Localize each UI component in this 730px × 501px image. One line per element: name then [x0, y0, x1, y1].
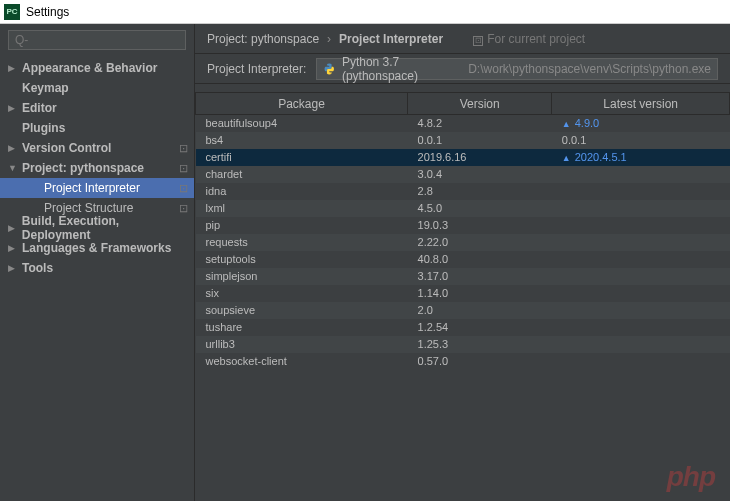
latest-cell [552, 302, 730, 319]
sidebar-item-plugins[interactable]: Plugins [0, 118, 194, 138]
table-row[interactable]: urllib31.25.3 [196, 336, 730, 353]
latest-cell [552, 336, 730, 353]
python-icon [323, 62, 336, 76]
scope-hint: ⊡For current project [473, 32, 585, 46]
sidebar: ▶Appearance & BehaviorKeymap▶EditorPlugi… [0, 24, 195, 501]
version-cell: 1.2.54 [408, 319, 552, 336]
version-cell: 40.8.0 [408, 251, 552, 268]
sidebar-item-keymap[interactable]: Keymap [0, 78, 194, 98]
package-cell: bs4 [196, 132, 408, 149]
latest-cell: ▲4.9.0 [552, 115, 730, 132]
latest-cell [552, 319, 730, 336]
latest-cell [552, 353, 730, 370]
package-cell: pip [196, 217, 408, 234]
breadcrumb-sep: › [327, 32, 331, 46]
package-cell: tushare [196, 319, 408, 336]
search-input[interactable] [8, 30, 186, 50]
package-cell: soupsieve [196, 302, 408, 319]
scope-icon: ⊡ [179, 202, 188, 215]
content-pane: Project: pythonspace › Project Interpret… [195, 24, 730, 501]
sidebar-item-label: Project Structure [44, 201, 133, 215]
breadcrumb-project[interactable]: Project: pythonspace [207, 32, 319, 46]
package-cell: certifi [196, 149, 408, 166]
scope-hint-text: For current project [487, 32, 585, 46]
sidebar-item-appearance-behavior[interactable]: ▶Appearance & Behavior [0, 58, 194, 78]
version-cell: 2019.6.16 [408, 149, 552, 166]
package-cell: simplejson [196, 268, 408, 285]
table-row[interactable]: lxml4.5.0 [196, 200, 730, 217]
scope-icon: ⊡ [473, 36, 483, 46]
scope-icon: ⊡ [179, 162, 188, 175]
version-cell: 19.0.3 [408, 217, 552, 234]
titlebar: PC Settings [0, 0, 730, 24]
version-cell: 3.17.0 [408, 268, 552, 285]
sidebar-item-label: Editor [22, 101, 57, 115]
interpreter-path: D:\work\pythonspace\venv\Scripts\python.… [468, 62, 711, 76]
latest-cell: ▲2020.4.5.1 [552, 149, 730, 166]
interpreter-label: Project Interpreter: [207, 62, 306, 76]
main-area: ▶Appearance & BehaviorKeymap▶EditorPlugi… [0, 24, 730, 501]
table-row[interactable]: setuptools40.8.0 [196, 251, 730, 268]
search-wrap [0, 24, 194, 56]
update-arrow-icon: ▲ [562, 153, 571, 163]
table-row[interactable]: soupsieve2.0 [196, 302, 730, 319]
version-cell: 2.0 [408, 302, 552, 319]
app-icon: PC [4, 4, 20, 20]
table-row[interactable]: websocket-client0.57.0 [196, 353, 730, 370]
sidebar-item-build-execution-deployment[interactable]: ▶Build, Execution, Deployment [0, 218, 194, 238]
package-cell: urllib3 [196, 336, 408, 353]
interpreter-name: Python 3.7 (pythonspace) [342, 55, 464, 83]
update-arrow-icon: ▲ [562, 119, 571, 129]
table-row[interactable]: chardet3.0.4 [196, 166, 730, 183]
latest-cell [552, 166, 730, 183]
interpreter-dropdown[interactable]: Python 3.7 (pythonspace) D:\work\pythons… [316, 58, 718, 80]
sidebar-item-tools[interactable]: ▶Tools [0, 258, 194, 278]
latest-cell [552, 251, 730, 268]
expand-arrow-icon: ▶ [8, 63, 18, 73]
sidebar-item-version-control[interactable]: ▶Version Control⊡ [0, 138, 194, 158]
table-row[interactable]: beautifulsoup44.8.2▲4.9.0 [196, 115, 730, 132]
package-cell: six [196, 285, 408, 302]
latest-cell [552, 183, 730, 200]
table-row[interactable]: bs40.0.10.0.1 [196, 132, 730, 149]
sidebar-item-label: Project: pythonspace [22, 161, 144, 175]
table-row[interactable]: simplejson3.17.0 [196, 268, 730, 285]
package-cell: setuptools [196, 251, 408, 268]
column-header[interactable]: Package [196, 93, 408, 115]
sidebar-item-project-pythonspace[interactable]: ▼Project: pythonspace⊡ [0, 158, 194, 178]
sidebar-item-label: Project Interpreter [44, 181, 140, 195]
sidebar-item-editor[interactable]: ▶Editor [0, 98, 194, 118]
package-cell: lxml [196, 200, 408, 217]
package-cell: requests [196, 234, 408, 251]
sidebar-item-project-interpreter[interactable]: Project Interpreter⊡ [0, 178, 194, 198]
version-cell: 2.8 [408, 183, 552, 200]
table-row[interactable]: certifi2019.6.16▲2020.4.5.1 [196, 149, 730, 166]
table-row[interactable]: idna2.8 [196, 183, 730, 200]
table-row[interactable]: tushare1.2.54 [196, 319, 730, 336]
watermark: php [667, 461, 715, 493]
package-cell: chardet [196, 166, 408, 183]
package-table: PackageVersionLatest version beautifulso… [195, 92, 730, 370]
package-cell: websocket-client [196, 353, 408, 370]
table-row[interactable]: six1.14.0 [196, 285, 730, 302]
latest-cell [552, 234, 730, 251]
version-cell: 1.25.3 [408, 336, 552, 353]
table-row[interactable]: requests2.22.0 [196, 234, 730, 251]
scope-icon: ⊡ [179, 182, 188, 195]
version-cell: 0.57.0 [408, 353, 552, 370]
scope-icon: ⊡ [179, 142, 188, 155]
sidebar-item-languages-frameworks[interactable]: ▶Languages & Frameworks [0, 238, 194, 258]
breadcrumb-page: Project Interpreter [339, 32, 443, 46]
sidebar-item-label: Plugins [22, 121, 65, 135]
column-header[interactable]: Latest version [552, 93, 730, 115]
settings-tree: ▶Appearance & BehaviorKeymap▶EditorPlugi… [0, 56, 194, 280]
sidebar-item-label: Appearance & Behavior [22, 61, 157, 75]
table-row[interactable]: pip19.0.3 [196, 217, 730, 234]
column-header[interactable]: Version [408, 93, 552, 115]
sidebar-item-label: Languages & Frameworks [22, 241, 171, 255]
version-cell: 2.22.0 [408, 234, 552, 251]
breadcrumb: Project: pythonspace › Project Interpret… [195, 24, 730, 54]
latest-cell: 0.0.1 [552, 132, 730, 149]
latest-cell [552, 200, 730, 217]
package-cell: beautifulsoup4 [196, 115, 408, 132]
